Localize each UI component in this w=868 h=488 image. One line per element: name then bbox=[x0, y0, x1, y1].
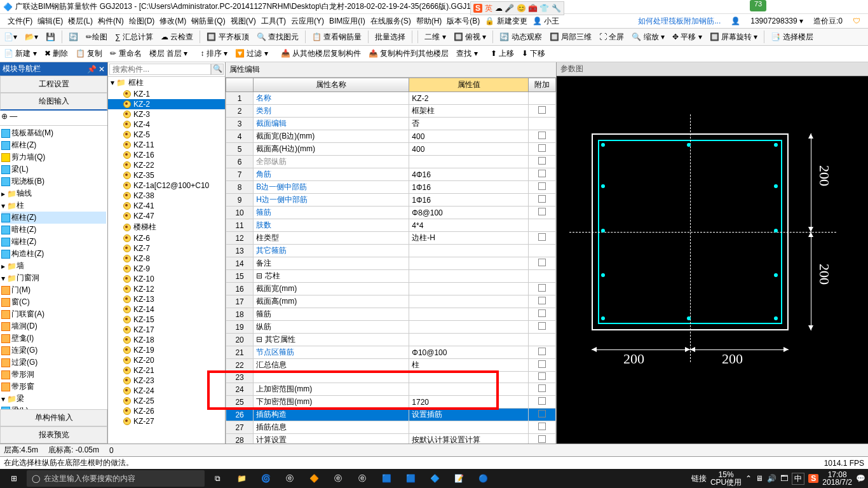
app2-icon[interactable]: 🔶 bbox=[302, 470, 325, 487]
list-item[interactable]: 楼梯柱 bbox=[108, 221, 225, 233]
property-row[interactable]: 21节点区箍筋Φ10@100 bbox=[226, 346, 556, 359]
toolbar-button[interactable]: 📋 复制 bbox=[74, 48, 104, 59]
draw-input-button[interactable]: 绘图输入 bbox=[0, 93, 107, 111]
list-item[interactable]: KZ-7 bbox=[108, 243, 225, 254]
property-row[interactable]: 17截面高(mm) bbox=[226, 295, 556, 308]
toolbar-button[interactable]: 🔄 动态观察 bbox=[498, 32, 543, 43]
property-row[interactable]: 16截面宽(mm) bbox=[226, 283, 556, 295]
toolbar-button[interactable]: 🔍 查找图元 bbox=[255, 32, 300, 43]
tree-item[interactable]: 过梁(G) bbox=[1, 356, 106, 369]
list-item[interactable]: KZ-41 bbox=[108, 201, 225, 211]
list-item[interactable]: KZ-3 bbox=[108, 109, 225, 119]
list-item[interactable]: KZ-11 bbox=[108, 140, 225, 150]
tree-item[interactable]: 框柱(Z) bbox=[1, 139, 106, 151]
list-item[interactable]: KZ-8 bbox=[108, 254, 225, 264]
component-list[interactable]: ▾ 📁 框柱KZ-1KZ-2KZ-3KZ-4KZ-5KZ-11KZ-16KZ-2… bbox=[108, 77, 225, 444]
notif-icon[interactable]: 💬 bbox=[856, 474, 865, 483]
property-row[interactable]: 1名称KZ-2 bbox=[226, 92, 556, 105]
toolbar-button[interactable]: 🔽 过滤 ▾ bbox=[234, 48, 269, 59]
menu-item[interactable]: 楼层(L) bbox=[65, 17, 95, 25]
help-link[interactable]: 如何处理筏板附加钢筋... bbox=[635, 16, 723, 27]
list-item[interactable]: KZ-27 bbox=[108, 416, 225, 426]
tray-up-icon[interactable]: ⌃ bbox=[745, 474, 752, 483]
list-item[interactable]: KZ-24 bbox=[108, 386, 225, 396]
tree-item[interactable]: 剪力墙(Q) bbox=[1, 151, 106, 163]
tree-item[interactable]: 端柱(Z) bbox=[1, 236, 106, 248]
tree-item[interactable]: 墙洞(D) bbox=[1, 320, 106, 332]
toolbar-button[interactable]: ☁ 云检查 bbox=[159, 32, 194, 43]
tree-item[interactable]: 梁(L) bbox=[1, 405, 106, 409]
menu-item[interactable]: 钢筋量(Q) bbox=[189, 17, 227, 25]
list-item[interactable]: KZ-21 bbox=[108, 365, 225, 376]
list-item[interactable]: KZ-17 bbox=[108, 325, 225, 335]
list-item[interactable]: KZ-35 bbox=[108, 170, 225, 180]
menu-item[interactable]: BIM应用(I) bbox=[327, 17, 368, 25]
tree-item[interactable]: ▾ 📁 柱 bbox=[1, 200, 106, 212]
tray-bat-icon[interactable]: 🗔 bbox=[780, 474, 788, 483]
ime-toolbar[interactable]: S 英 ☁ 🎤 😊 🧰 👕 🔧 bbox=[470, 1, 564, 15]
tray-vol-icon[interactable]: 🔊 bbox=[767, 474, 776, 483]
property-row[interactable]: 23 bbox=[226, 372, 556, 383]
nav-tools[interactable]: ⊕ — bbox=[0, 111, 107, 126]
app3-icon[interactable]: 🟦 bbox=[375, 470, 398, 487]
folder-icon[interactable]: 📁 bbox=[230, 470, 253, 487]
list-item[interactable]: KZ-9 bbox=[108, 264, 225, 274]
search-button[interactable]: 🔍 bbox=[211, 64, 224, 75]
property-row[interactable]: 20⊟ 其它属性 bbox=[226, 334, 556, 346]
property-row[interactable]: 28计算设置按默认计算设置计算 bbox=[226, 434, 556, 444]
list-item[interactable]: KZ-4 bbox=[108, 119, 225, 130]
link-label[interactable]: 链接 bbox=[691, 473, 707, 484]
toolbar-button[interactable]: ✏绘图 bbox=[85, 32, 109, 43]
property-row[interactable]: 4截面宽(B边)(mm)400 bbox=[226, 130, 556, 143]
tree-item[interactable]: 现浇板(B) bbox=[1, 175, 106, 187]
list-item[interactable]: KZ-6 bbox=[108, 233, 225, 243]
menu-item[interactable]: 在线服务(S) bbox=[368, 17, 414, 25]
property-row[interactable]: 6全部纵筋 bbox=[226, 156, 556, 168]
property-row[interactable]: 19纵筋 bbox=[226, 321, 556, 334]
list-item[interactable]: KZ-15 bbox=[108, 315, 225, 325]
toolbar-button[interactable]: 📄▾ bbox=[3, 32, 18, 41]
toolbar-button[interactable]: 📑 选择楼层 bbox=[770, 32, 814, 43]
toolbar-button[interactable]: 📂▾ bbox=[24, 32, 39, 41]
tree-item[interactable]: 壁龛(I) bbox=[1, 332, 106, 344]
menu-item[interactable]: 版本号(B) bbox=[444, 17, 482, 25]
menu-item[interactable]: 帮助(H) bbox=[414, 17, 445, 25]
menu-item[interactable]: 🔒 新建变更 bbox=[482, 17, 529, 25]
list-item[interactable]: KZ-22 bbox=[108, 160, 225, 170]
app4-icon[interactable]: 🟦 bbox=[399, 470, 422, 487]
list-item[interactable]: KZ-1a[C12@100+C10 bbox=[108, 180, 225, 191]
property-row[interactable]: 25下加密范围(mm)1720 bbox=[226, 396, 556, 409]
start-button[interactable]: ⊞ bbox=[3, 470, 25, 487]
toolbar-button[interactable]: 📤 复制构件到其他楼层 bbox=[367, 48, 450, 59]
ie2-icon[interactable]: ⓔ bbox=[351, 470, 374, 487]
tree-item[interactable]: 梁(L) bbox=[1, 163, 106, 175]
list-item[interactable]: KZ-1 bbox=[108, 89, 225, 99]
menu-item[interactable]: 云应用(Y) bbox=[288, 17, 327, 25]
list-item[interactable]: KZ-38 bbox=[108, 191, 225, 201]
toolbar-button[interactable]: 二维 ▾ bbox=[423, 32, 447, 43]
tree-item[interactable]: 筏板基础(M) bbox=[1, 127, 106, 139]
toolbar-button[interactable]: ✏ 重命名 bbox=[109, 48, 142, 59]
user-phone[interactable]: 13907298339 ▾ bbox=[748, 17, 806, 25]
property-row[interactable]: 12柱类型边柱-H bbox=[226, 232, 556, 245]
tree-item[interactable]: 连梁(G) bbox=[1, 344, 106, 356]
menu-item[interactable]: 工具(T) bbox=[259, 17, 288, 25]
toolbar-button[interactable]: ✥ 平移 ▾ bbox=[671, 32, 703, 43]
property-row[interactable]: 10箍筋Φ8@100 bbox=[226, 207, 556, 219]
property-row[interactable]: 15⊟ 芯柱 bbox=[226, 270, 556, 283]
pin-icon[interactable]: 📌 ✕ bbox=[87, 65, 105, 74]
update-badge[interactable]: 73 bbox=[750, 0, 766, 11]
menu-item[interactable]: 视图(V) bbox=[228, 17, 259, 25]
property-row[interactable]: 18箍筋 bbox=[226, 308, 556, 321]
search-input[interactable] bbox=[109, 64, 211, 75]
app7-icon[interactable]: 🔵 bbox=[471, 470, 494, 487]
taskbar-search[interactable]: ◯ 在这里输入你要搜索的内容 bbox=[27, 470, 205, 487]
property-table[interactable]: 属性名称属性值附加1名称KZ-22类别框架柱3截面编辑否4截面宽(B边)(mm)… bbox=[226, 78, 556, 444]
property-row[interactable]: 22汇总信息柱 bbox=[226, 359, 556, 372]
toolbar-button[interactable]: ⬆ 上移 bbox=[489, 48, 515, 59]
menu-item[interactable]: 文件(F) bbox=[5, 17, 35, 25]
sogou-tray-icon[interactable]: S bbox=[808, 474, 818, 483]
tree-item[interactable]: ▾ 📁 梁 bbox=[1, 393, 106, 405]
menu-item[interactable]: 绘图(D) bbox=[126, 17, 158, 25]
tree-item[interactable]: 构造柱(Z) bbox=[1, 248, 106, 260]
